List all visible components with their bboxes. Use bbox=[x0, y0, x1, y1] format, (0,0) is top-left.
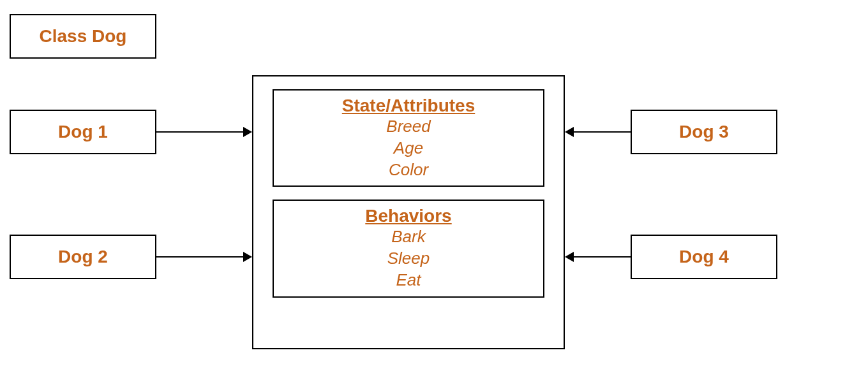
arrow-head-icon bbox=[565, 127, 574, 137]
behaviors-box: Behaviors Bark Sleep Eat bbox=[273, 200, 544, 297]
class-dog-label: Class Dog bbox=[40, 26, 127, 47]
dog4-box: Dog 4 bbox=[631, 235, 777, 279]
arrow-dog1 bbox=[156, 131, 243, 133]
attribute-item: Color bbox=[287, 159, 530, 181]
behavior-item: Bark bbox=[287, 226, 530, 248]
dog1-label: Dog 1 bbox=[58, 122, 108, 142]
attribute-item: Age bbox=[287, 138, 530, 159]
arrow-dog4 bbox=[574, 256, 631, 258]
arrow-head-icon bbox=[243, 252, 252, 262]
arrow-dog2 bbox=[156, 256, 243, 258]
dog2-label: Dog 2 bbox=[58, 247, 108, 267]
arrow-dog3 bbox=[574, 131, 631, 133]
attributes-box: State/Attributes Breed Age Color bbox=[273, 89, 544, 187]
dog3-label: Dog 3 bbox=[679, 122, 729, 142]
attribute-item: Breed bbox=[287, 116, 530, 138]
behavior-item: Eat bbox=[287, 270, 530, 291]
arrow-head-icon bbox=[565, 252, 574, 262]
behavior-item: Sleep bbox=[287, 248, 530, 270]
arrow-head-icon bbox=[243, 127, 252, 137]
class-definition-container: State/Attributes Breed Age Color Behavio… bbox=[252, 75, 565, 349]
class-dog-box: Class Dog bbox=[10, 14, 156, 59]
dog4-label: Dog 4 bbox=[679, 247, 729, 267]
dog1-box: Dog 1 bbox=[10, 110, 156, 154]
behaviors-title: Behaviors bbox=[287, 206, 530, 226]
dog3-box: Dog 3 bbox=[631, 110, 777, 154]
attributes-title: State/Attributes bbox=[287, 96, 530, 116]
dog2-box: Dog 2 bbox=[10, 235, 156, 279]
